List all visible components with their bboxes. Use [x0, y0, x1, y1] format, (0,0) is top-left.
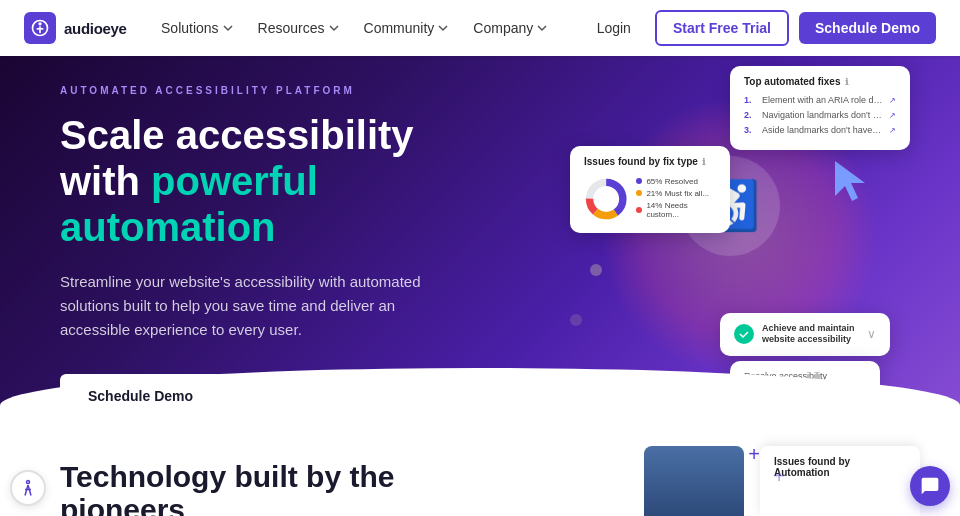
nav-company-label: Company: [473, 20, 533, 36]
hero-title-line1: Scale accessibility: [60, 113, 414, 157]
svg-point-1: [38, 22, 41, 25]
fix-link-3[interactable]: ↗: [889, 126, 896, 135]
top-fixes-title: Top automated fixes ℹ: [744, 76, 896, 87]
logo[interactable]: audioeye: [24, 12, 127, 44]
video-thumbnail[interactable]: [644, 446, 744, 516]
bottom-title: Technology built by the pioneers: [60, 460, 520, 516]
legend-dot-custom: [636, 207, 642, 213]
chevron-down-icon: [328, 22, 340, 34]
chevron-down-icon: [222, 22, 234, 34]
donut-chart: [584, 175, 628, 223]
chart-legend: 65% Resolved 21% Must fix all... 14% Nee…: [636, 177, 716, 222]
logo-text: audioeye: [64, 20, 127, 37]
fix-item-3: 3. Aside landmarks don't have unique nam…: [744, 125, 896, 135]
issues-card-title: Issues found by fix type ℹ: [584, 156, 716, 167]
achieve-text: Achieve and maintainwebsite accessibilit…: [762, 323, 855, 346]
fix-num-2: 2.: [744, 110, 756, 120]
fix-text-3: Aside landmarks don't have unique names.…: [762, 125, 883, 135]
fix-item-2: 2. Navigation landmarks don't have uniqu…: [744, 110, 896, 120]
login-button[interactable]: Login: [583, 14, 645, 42]
cursor-arrow-icon: [830, 156, 880, 216]
hero-section: AUTOMATED ACCESSIBILITY PLATFORM Scale a…: [0, 56, 960, 446]
hero-title: Scale accessibility with powerfulautomat…: [60, 112, 440, 250]
nav-resources-label: Resources: [258, 20, 325, 36]
issues-card: Issues found by fix type ℹ 65% Resolve: [570, 146, 730, 233]
expand-icon[interactable]: ∨: [867, 327, 876, 341]
legend-dot-mustfix: [636, 190, 642, 196]
logo-icon: [24, 12, 56, 44]
donut-container: 65% Resolved 21% Must fix all... 14% Nee…: [584, 175, 716, 223]
decorative-dot-2: [570, 314, 582, 326]
fix-item-1: 1. Element with an ARIA role doesn't hav…: [744, 95, 896, 105]
navigation: audioeye Solutions Resources Community C…: [0, 0, 960, 56]
decorative-dot-1: [590, 264, 602, 276]
chevron-down-icon: [536, 22, 548, 34]
fix-link-1[interactable]: ↗: [889, 96, 896, 105]
nav-solutions-label: Solutions: [161, 20, 219, 36]
schedule-demo-button[interactable]: Schedule Demo: [799, 12, 936, 44]
plus-icon-1: +: [748, 443, 760, 466]
nav-links: Solutions Resources Community Company: [151, 14, 558, 42]
top-fixes-card: Top automated fixes ℹ 1. Element with an…: [730, 66, 910, 150]
chevron-down-icon: [437, 22, 449, 34]
info-icon: ℹ: [845, 77, 848, 87]
fix-num-1: 1.: [744, 95, 756, 105]
hero-title-line2: with: [60, 159, 151, 203]
nav-actions: Login Start Free Trial Schedule Demo: [583, 10, 936, 46]
hero-description: Streamline your website's accessibility …: [60, 270, 440, 342]
nav-solutions[interactable]: Solutions: [151, 14, 244, 42]
legend-needs-custom: 14% Needs custom...: [636, 201, 716, 219]
hero-content: AUTOMATED ACCESSIBILITY PLATFORM Scale a…: [0, 56, 500, 446]
nav-resources[interactable]: Resources: [248, 14, 350, 42]
fix-link-2[interactable]: ↗: [889, 111, 896, 120]
svg-point-8: [27, 481, 30, 484]
nav-community-label: Community: [364, 20, 435, 36]
fix-num-3: 3.: [744, 125, 756, 135]
nav-community[interactable]: Community: [354, 14, 460, 42]
hero-cta-button[interactable]: Schedule Demo: [60, 374, 221, 418]
achieve-card: Achieve and maintainwebsite accessibilit…: [720, 313, 890, 356]
nav-company[interactable]: Company: [463, 14, 558, 42]
legend-resolved: 65% Resolved: [636, 177, 716, 186]
issues-bottom-title: Issues found by Automation: [774, 456, 906, 478]
legend-dot-resolved: [636, 178, 642, 184]
achieve-card-inner: Achieve and maintainwebsite accessibilit…: [734, 323, 876, 346]
chat-button[interactable]: [910, 466, 950, 506]
fix-text-2: Navigation landmarks don't have unique s…: [762, 110, 883, 120]
plus-icon-2: +: [773, 465, 785, 488]
fix-text-1: Element with an ARIA role doesn't have a…: [762, 95, 883, 105]
accessibility-button[interactable]: [10, 470, 46, 506]
video-person: [644, 446, 744, 516]
legend-must-fix: 21% Must fix all...: [636, 189, 716, 198]
start-trial-button[interactable]: Start Free Trial: [655, 10, 789, 46]
hero-eyebrow: AUTOMATED ACCESSIBILITY PLATFORM: [60, 85, 440, 96]
issues-info-icon: ℹ: [702, 157, 705, 167]
check-icon: [734, 324, 754, 344]
